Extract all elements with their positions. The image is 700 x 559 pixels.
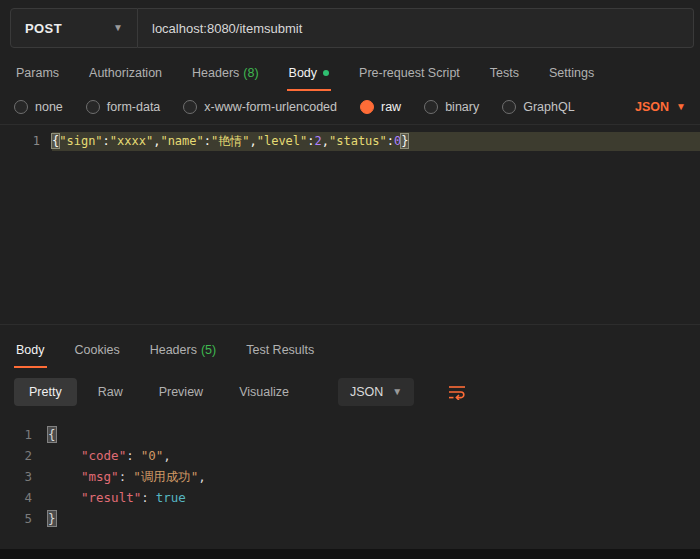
editor-code-line: {"sign":"xxxx","name":"艳情","level":2,"st… — [52, 132, 700, 151]
response-tab-cookies[interactable]: Cookies — [73, 333, 122, 368]
tab-settings[interactable]: Settings — [547, 56, 596, 91]
tab-authorization[interactable]: Authorization — [87, 56, 164, 91]
status-bar — [0, 549, 700, 559]
response-code-line: { — [48, 424, 56, 445]
line-number: 1 — [0, 132, 52, 151]
response-code-line: "result":true — [48, 487, 186, 508]
body-type-graphql[interactable]: GraphQL — [502, 100, 574, 114]
headers-count-badge: (8) — [243, 66, 258, 80]
view-tab-raw[interactable]: Raw — [83, 378, 138, 406]
url-input[interactable]: localhost:8080/itemsubmit — [138, 8, 694, 48]
line-number: 4 — [0, 487, 48, 508]
radio-selected-icon — [360, 100, 374, 114]
response-line: 4 "result":true — [0, 487, 700, 508]
radio-icon — [86, 100, 100, 114]
response-language-dropdown[interactable]: JSON ▼ — [338, 378, 414, 406]
body-type-binary[interactable]: binary — [424, 100, 479, 114]
response-line: 2 "code":"0", — [0, 445, 700, 466]
radio-icon — [14, 100, 28, 114]
view-tab-preview[interactable]: Preview — [144, 378, 218, 406]
line-number: 2 — [0, 445, 48, 466]
body-type-form-data[interactable]: form-data — [86, 100, 161, 114]
tab-tests[interactable]: Tests — [488, 56, 521, 91]
chevron-down-icon: ▼ — [392, 387, 402, 397]
line-number: 3 — [0, 466, 48, 487]
raw-language-dropdown[interactable]: JSON ▼ — [635, 100, 686, 114]
chevron-down-icon: ▼ — [113, 23, 123, 33]
request-tabs: Params Authorization Headers(8) Body Pre… — [0, 56, 700, 91]
radio-icon — [502, 100, 516, 114]
body-type-none[interactable]: none — [14, 100, 63, 114]
request-body-editor[interactable]: 1 {"sign":"xxxx","name":"艳情","level":2,"… — [0, 124, 700, 324]
response-toolbar: Pretty Raw Preview Visualize JSON ▼ — [0, 368, 700, 415]
tab-params[interactable]: Params — [14, 56, 61, 91]
url-value: localhost:8080/itemsubmit — [152, 21, 302, 36]
response-code-line: } — [48, 508, 56, 529]
response-line: 5 } — [0, 508, 700, 529]
tab-body[interactable]: Body — [287, 56, 332, 91]
body-type-raw[interactable]: raw — [360, 100, 401, 114]
response-code-line: "code":"0", — [48, 445, 171, 466]
line-number: 1 — [0, 424, 48, 445]
chevron-down-icon: ▼ — [676, 102, 686, 112]
radio-icon — [183, 100, 197, 114]
view-tab-visualize[interactable]: Visualize — [224, 378, 304, 406]
response-headers-count-badge: (5) — [201, 343, 216, 357]
line-number: 5 — [0, 508, 48, 529]
body-type-row: none form-data x-www-form-urlencoded raw… — [0, 91, 700, 122]
view-tab-pretty[interactable]: Pretty — [14, 378, 77, 406]
response-tab-body[interactable]: Body — [14, 333, 47, 368]
request-url-bar: POST ▼ localhost:8080/itemsubmit — [10, 8, 694, 48]
tab-headers[interactable]: Headers(8) — [190, 56, 261, 91]
radio-icon — [424, 100, 438, 114]
response-line: 3 "msg":"调用成功", — [0, 466, 700, 487]
response-tab-test-results[interactable]: Test Results — [244, 333, 316, 368]
response-section: Body Cookies Headers(5) Test Results Pre… — [0, 324, 700, 529]
response-line: 1 { — [0, 424, 700, 445]
body-type-urlencoded[interactable]: x-www-form-urlencoded — [183, 100, 337, 114]
editor-line: 1 {"sign":"xxxx","name":"艳情","level":2,"… — [0, 132, 700, 151]
response-body-viewer[interactable]: 1 { 2 "code":"0", 3 "msg":"调用成功", 4 "res… — [0, 415, 700, 529]
method-dropdown[interactable]: POST ▼ — [10, 8, 138, 48]
wrap-text-icon — [447, 384, 467, 400]
wrap-text-button[interactable] — [440, 377, 474, 407]
tab-pre-request-script[interactable]: Pre-request Script — [357, 56, 462, 91]
response-code-line: "msg":"调用成功", — [48, 466, 206, 487]
method-label: POST — [25, 21, 62, 36]
body-modified-dot — [323, 70, 329, 76]
response-tabs: Body Cookies Headers(5) Test Results — [0, 333, 700, 368]
response-tab-headers[interactable]: Headers(5) — [148, 333, 219, 368]
